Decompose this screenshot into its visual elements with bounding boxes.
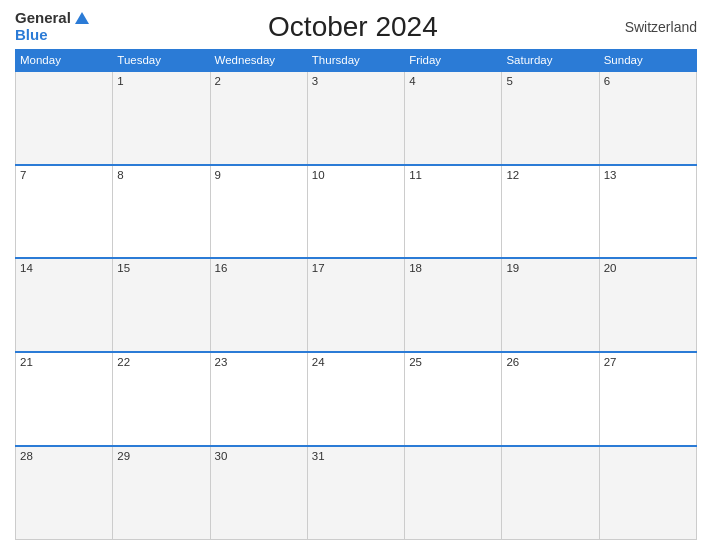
calendar-cell: 7 (16, 165, 113, 259)
col-thursday: Thursday (307, 50, 404, 72)
table-row: 21222324252627 (16, 352, 697, 446)
logo: General Blue (15, 10, 89, 43)
calendar-cell: 17 (307, 258, 404, 352)
calendar-cell: 30 (210, 446, 307, 540)
calendar-cell: 13 (599, 165, 696, 259)
calendar-page: General Blue October 2024 Switzerland Mo… (0, 0, 712, 550)
col-sunday: Sunday (599, 50, 696, 72)
logo-blue-text: Blue (15, 27, 48, 44)
calendar-cell (16, 71, 113, 165)
calendar-cell: 6 (599, 71, 696, 165)
calendar-cell: 10 (307, 165, 404, 259)
table-row: 123456 (16, 71, 697, 165)
calendar-cell: 31 (307, 446, 404, 540)
calendar-cell: 5 (502, 71, 599, 165)
calendar-cell: 14 (16, 258, 113, 352)
calendar-cell (502, 446, 599, 540)
calendar-cell: 27 (599, 352, 696, 446)
logo-triangle-icon (75, 12, 89, 24)
header: General Blue October 2024 Switzerland (15, 10, 697, 43)
calendar-cell: 2 (210, 71, 307, 165)
calendar-cell: 18 (405, 258, 502, 352)
calendar-cell: 3 (307, 71, 404, 165)
calendar-cell: 28 (16, 446, 113, 540)
col-tuesday: Tuesday (113, 50, 210, 72)
calendar-header-row: Monday Tuesday Wednesday Thursday Friday… (16, 50, 697, 72)
calendar-cell: 8 (113, 165, 210, 259)
col-monday: Monday (16, 50, 113, 72)
calendar-cell: 21 (16, 352, 113, 446)
calendar-cell (599, 446, 696, 540)
calendar-cell: 23 (210, 352, 307, 446)
col-saturday: Saturday (502, 50, 599, 72)
calendar-cell: 15 (113, 258, 210, 352)
calendar-cell: 20 (599, 258, 696, 352)
calendar-cell (405, 446, 502, 540)
country-label: Switzerland (617, 19, 697, 35)
calendar-cell: 4 (405, 71, 502, 165)
page-title: October 2024 (89, 11, 617, 43)
calendar-cell: 25 (405, 352, 502, 446)
col-friday: Friday (405, 50, 502, 72)
calendar-cell: 19 (502, 258, 599, 352)
calendar-cell: 9 (210, 165, 307, 259)
table-row: 78910111213 (16, 165, 697, 259)
calendar-cell: 26 (502, 352, 599, 446)
calendar-cell: 24 (307, 352, 404, 446)
col-wednesday: Wednesday (210, 50, 307, 72)
calendar-table: Monday Tuesday Wednesday Thursday Friday… (15, 49, 697, 540)
logo-general-text: General (15, 10, 71, 27)
calendar-cell: 22 (113, 352, 210, 446)
table-row: 28293031 (16, 446, 697, 540)
calendar-cell: 11 (405, 165, 502, 259)
calendar-cell: 1 (113, 71, 210, 165)
calendar-cell: 12 (502, 165, 599, 259)
table-row: 14151617181920 (16, 258, 697, 352)
calendar-cell: 29 (113, 446, 210, 540)
calendar-cell: 16 (210, 258, 307, 352)
